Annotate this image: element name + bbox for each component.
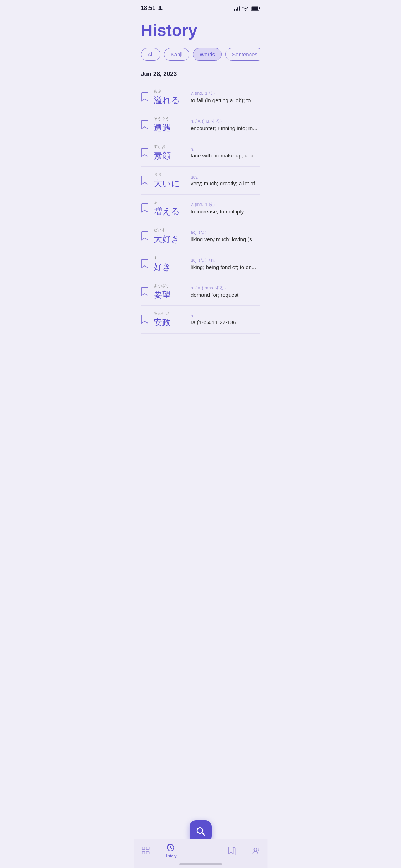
word-reading: あぶ (154, 88, 186, 94)
bookmark-icon (141, 203, 149, 213)
word-kanji: 要望 (154, 289, 186, 300)
bookmark-icon (141, 120, 149, 129)
word-def: demand for; request (191, 292, 260, 298)
list-item[interactable]: す 好き adj. (な）/ n. liking; being fond of;… (141, 250, 260, 278)
word-def: ra (1854.11.27-186... (191, 319, 260, 325)
word-kanji: 安政 (154, 317, 186, 328)
filter-tabs: All Kanji Words Sentences (141, 48, 260, 62)
word-kanji: 大いに (154, 178, 186, 189)
word-reading: そうぐう (154, 116, 186, 122)
word-reading: す (154, 255, 186, 260)
word-def: liking; being fond of; to on... (191, 264, 260, 270)
word-def: encounter; running into; m... (191, 125, 260, 131)
word-pos: v. (intr. １段） (191, 91, 260, 97)
list-item[interactable]: あんせい 安政 n. ra (1854.11.27-186... (141, 306, 260, 334)
word-pos: n. (191, 314, 260, 319)
main-content: History All Kanji Words Sentences Jun 28… (134, 14, 267, 369)
word-reading: ようぼう (154, 283, 186, 288)
date-header: Jun 28, 2023 (141, 71, 260, 78)
bookmark-icon (141, 176, 149, 185)
word-pos: n. (191, 147, 260, 152)
tab-all[interactable]: All (141, 48, 160, 61)
word-pos: adv. (191, 175, 260, 180)
word-list: あぶ 溢れる v. (intr. １段） to fail (in getting… (141, 83, 260, 334)
word-kanji: 素顔 (154, 150, 186, 161)
word-kanji: 好き (154, 261, 186, 273)
status-time: 18:51 (141, 5, 163, 11)
word-kanji: 遭遇 (154, 122, 186, 134)
bookmark-icon (141, 287, 149, 296)
list-item[interactable]: すがお 素顔 n. face with no make-up; unp... (141, 139, 260, 167)
word-kanji: 大好き (154, 233, 186, 245)
word-pos: n. / v. (intr. する） (191, 118, 260, 124)
word-pos: v. (intr. １段） (191, 202, 260, 208)
bookmark-icon (141, 92, 149, 102)
svg-rect-2 (252, 7, 258, 10)
signal-bars-icon (234, 6, 240, 11)
list-item[interactable]: だいす 大好き adj. (な） liking very much; lovin… (141, 222, 260, 250)
bookmark-icon (141, 259, 149, 268)
word-def: very; much; greatly; a lot of (191, 180, 260, 186)
word-def: liking very much; loving (s... (191, 236, 260, 242)
wifi-icon (242, 6, 249, 11)
list-item[interactable]: おお 大いに adv. very; much; greatly; a lot o… (141, 167, 260, 195)
word-pos: adj. (な）/ n. (191, 257, 260, 263)
list-item[interactable]: そうぐう 遭遇 n. / v. (intr. する） encounter; ru… (141, 111, 260, 139)
tab-words[interactable]: Words (193, 48, 222, 61)
word-reading: すがお (154, 144, 186, 149)
word-def: face with no make-up; unp... (191, 153, 260, 159)
word-pos: adj. (な） (191, 229, 260, 236)
word-def: to increase; to multiply (191, 208, 260, 215)
list-item[interactable]: あぶ 溢れる v. (intr. １段） to fail (in getting… (141, 83, 260, 111)
tab-kanji[interactable]: Kanji (164, 48, 189, 61)
word-pos: n. / v. (trans. する） (191, 285, 260, 291)
status-bar: 18:51 (134, 0, 267, 14)
battery-icon (251, 6, 260, 11)
list-item[interactable]: ようぼう 要望 n. / v. (trans. する） demand for; … (141, 278, 260, 306)
bookmark-icon (141, 148, 149, 157)
word-def: to fail (in getting a job); to... (191, 97, 260, 103)
bookmark-icon (141, 315, 149, 324)
page-title: History (141, 21, 260, 40)
svg-point-0 (159, 6, 161, 8)
word-reading: おお (154, 172, 186, 177)
word-reading: あんせい (154, 311, 186, 316)
word-kanji: 溢れる (154, 94, 186, 106)
bookmark-icon (141, 231, 149, 241)
person-icon (158, 5, 163, 11)
word-reading: だいす (154, 227, 186, 233)
word-reading: ふ (154, 200, 186, 205)
tab-sentences[interactable]: Sentences (225, 48, 260, 61)
status-icons (234, 6, 260, 11)
word-kanji: 増える (154, 206, 186, 217)
list-item[interactable]: ふ 増える v. (intr. １段） to increase; to mult… (141, 195, 260, 222)
